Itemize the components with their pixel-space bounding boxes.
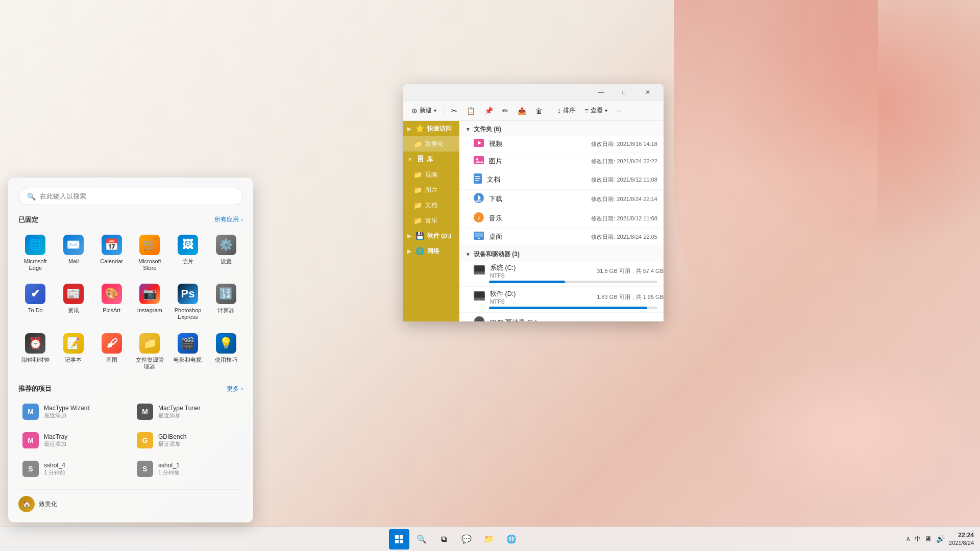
ime-button[interactable]: 中	[915, 535, 921, 543]
file-date: 修改日期: 2021/8/12 11:08	[591, 215, 657, 222]
sidebar-item-致美化[interactable]: 📁致美化	[403, 136, 459, 152]
pinned-app-microsoft-store[interactable]: 🛒Microsoft Store	[133, 231, 167, 276]
pinned-header: 已固定 所有应用 ›	[18, 215, 243, 224]
toolbar-sort[interactable]: ↕ 排序	[553, 104, 579, 117]
sidebar-item-icon: 📁	[413, 216, 422, 224]
expand-icon: ▼	[465, 127, 471, 132]
rec-item[interactable]: MMacType Wizard最近添加	[18, 399, 129, 424]
toolbar: ⊕ 新建 ▾ ✂ 📋 📌 ✏ 📤 🗑 ↕ 排序 ≡ 查看 ▾ ···	[403, 101, 664, 121]
tray-expand[interactable]: ∧	[906, 535, 911, 542]
device-item[interactable]: 系统 (C:)NTFS31.8 GB 可用，共 57.4 GB	[459, 261, 664, 287]
volume-icon[interactable]: 🔊	[936, 535, 945, 543]
sidebar-item-快速访问[interactable]: ▶⭐快速访问	[403, 121, 459, 136]
sidebar-item-文档[interactable]: 📁文档	[403, 197, 459, 213]
user-info[interactable]: 🏠 致美化	[18, 496, 57, 512]
pinned-app-闹钟和时钟[interactable]: ⏰闹钟和时钟	[18, 329, 53, 374]
sidebar-item-视频[interactable]: 📁视频	[403, 167, 459, 182]
file-date: 修改日期: 2021/8/24 22:22	[591, 158, 657, 165]
file-icon: ♪	[474, 212, 484, 225]
sidebar-item-图片[interactable]: 📁图片	[403, 182, 459, 197]
svg-rect-16	[475, 233, 483, 237]
delete-icon: 🗑	[535, 107, 543, 115]
sidebar-item-网络[interactable]: ▶🌐网络	[403, 243, 459, 259]
system-clock[interactable]: 22:24 2021/8/24	[949, 532, 974, 547]
sidebar-item-音乐[interactable]: 📁音乐	[403, 213, 459, 228]
pinned-app-使用技巧[interactable]: 💡使用技巧	[209, 329, 243, 374]
search-input[interactable]	[40, 192, 234, 200]
pinned-app-计算器[interactable]: 🔢计算器	[209, 280, 243, 324]
rec-time: 最近添加	[158, 440, 239, 448]
sidebar-item-label: 视频	[425, 171, 437, 179]
sidebar-item-软件-(d:)[interactable]: ▶💾软件 (D:)	[403, 228, 459, 243]
file-item[interactable]: 视频修改日期: 2021/8/16 14:18	[459, 136, 664, 153]
pinned-app-picsart[interactable]: 🎨PicsArt	[94, 280, 129, 324]
files-section-header[interactable]: ▼文件夹 (6)	[459, 121, 664, 136]
display-icon: 🖥	[925, 535, 932, 543]
toolbar-paste[interactable]: 📌	[480, 105, 497, 117]
toolbar-copy[interactable]: 📋	[462, 105, 479, 117]
pinned-app-电影和电视[interactable]: 🎬电影和电视	[171, 329, 205, 374]
pinned-app-照片[interactable]: 🖼照片	[171, 231, 205, 276]
file-item[interactable]: 下载修改日期: 2021/8/24 22:14	[459, 190, 664, 209]
device-info: DVD 驱动器 (E:)	[490, 318, 664, 321]
app-label: Microsoft Store	[135, 258, 165, 271]
pinned-app-to-do[interactable]: ✔To Do	[18, 280, 53, 324]
rec-item[interactable]: MMacTray最近添加	[18, 428, 129, 453]
toolbar-cut[interactable]: ✂	[447, 105, 461, 117]
pinned-app-记事本[interactable]: 📝记事本	[57, 329, 91, 374]
file-item[interactable]: 文档修改日期: 2021/8/12 11:08	[459, 170, 664, 190]
rec-name: GDIBench	[158, 433, 239, 440]
search-button[interactable]: 🔍	[411, 529, 432, 549]
rec-item[interactable]: Ssshot_41 分钟前	[18, 457, 129, 481]
svg-point-3	[476, 158, 478, 160]
device-item[interactable]: DVD 驱动器 (E:)	[459, 313, 664, 321]
share-icon: 📤	[518, 107, 526, 115]
toolbar-new[interactable]: ⊕ 新建 ▾	[407, 104, 440, 117]
expand-icon: ▶	[407, 126, 411, 132]
minimize-button[interactable]: —	[589, 85, 612, 100]
app-icon: 📁	[139, 333, 160, 354]
file-item[interactable]: 桌面修改日期: 2021/8/24 22:05	[459, 229, 664, 246]
chat-button[interactable]: 💬	[456, 529, 477, 549]
all-apps-button[interactable]: 所有应用 ›	[214, 215, 243, 224]
close-button[interactable]: ✕	[636, 85, 659, 100]
task-view-button[interactable]: ⧉	[434, 529, 454, 549]
sidebar-item-库[interactable]: ▼🗄库	[403, 152, 459, 167]
device-item[interactable]: 软件 (D:)NTFS1.83 GB 可用，共 1.95 GB	[459, 287, 664, 313]
app-label: To Do	[28, 307, 43, 314]
devices-section-header[interactable]: ▼设备和驱动器 (3)	[459, 246, 664, 261]
pinned-app-资讯[interactable]: 📰资讯	[57, 280, 91, 324]
edge-taskbar-button[interactable]: 🌐	[501, 529, 522, 549]
search-box[interactable]: 🔍	[18, 188, 243, 205]
app-icon: 🖼	[178, 235, 198, 255]
app-icon: 🛒	[139, 235, 160, 255]
pinned-app-设置[interactable]: ⚙️设置	[209, 231, 243, 276]
pinned-app-instagram[interactable]: 📷Instagram	[133, 280, 167, 324]
pinned-app-microsoft-edge[interactable]: 🌐Microsoft Edge	[18, 231, 53, 276]
rec-item[interactable]: MMacType Tuner最近添加	[133, 399, 243, 424]
maximize-button[interactable]: □	[612, 85, 636, 100]
pinned-app-mail[interactable]: ✉️Mail	[57, 231, 91, 276]
pinned-app-photoshop-express[interactable]: PsPhotoshop Express	[171, 280, 205, 324]
toolbar-share[interactable]: 📤	[513, 105, 530, 117]
window-titlebar: — □ ✕	[403, 84, 664, 101]
new-icon: ⊕	[411, 107, 418, 115]
device-fs: NTFS	[490, 298, 592, 305]
rec-name: MacTray	[44, 433, 125, 440]
pinned-app-文件资源管理器[interactable]: 📁文件资源管理器	[133, 329, 167, 374]
toolbar-rename[interactable]: ✏	[498, 105, 512, 117]
toolbar-view[interactable]: ≡ 查看 ▾	[580, 104, 611, 117]
more-button[interactable]: 更多 ›	[227, 385, 243, 393]
file-explorer-taskbar-button[interactable]: 📁	[479, 529, 499, 549]
rec-item[interactable]: GGDIBench最近添加	[133, 428, 243, 453]
toolbar-more[interactable]: ···	[612, 105, 626, 116]
expand-icon: ▶	[407, 248, 411, 254]
file-item[interactable]: 图片修改日期: 2021/8/24 22:22	[459, 153, 664, 170]
app-label: 照片	[182, 258, 193, 265]
toolbar-delete[interactable]: 🗑	[531, 105, 547, 117]
pinned-app-画图[interactable]: 🖌画图	[94, 329, 129, 374]
rec-item[interactable]: Ssshot_11 分钟前	[133, 457, 243, 481]
file-item[interactable]: ♪音乐修改日期: 2021/8/12 11:08	[459, 209, 664, 229]
pinned-app-calendar[interactable]: 📅Calendar	[94, 231, 129, 276]
start-button[interactable]	[389, 529, 409, 549]
